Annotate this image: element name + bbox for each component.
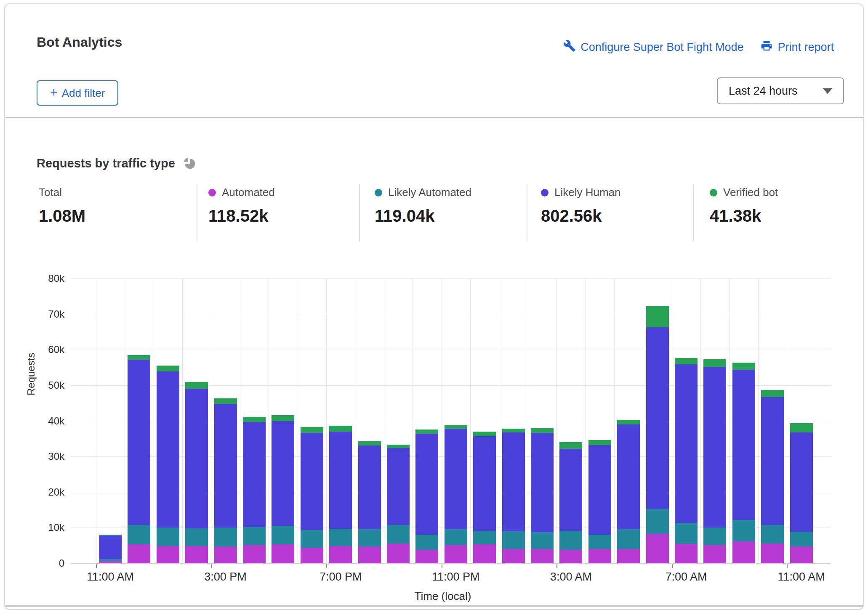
bar-segment-automated xyxy=(559,550,582,563)
bar-segment-likely-human xyxy=(790,432,813,532)
x-tick-label: 7:00 AM xyxy=(665,570,707,583)
bar-segment-automated xyxy=(732,541,755,563)
x-tick-label: 7:00 PM xyxy=(320,570,362,583)
bar-stack-3-00-am[interactable] xyxy=(559,442,582,563)
x-axis-title: Time (local) xyxy=(415,590,471,603)
requests-by-traffic-type-chart: 010k20k30k40k50k60k70k80k11:00 AM3:00 PM… xyxy=(70,278,831,564)
bar-stack-1-00-am[interactable] xyxy=(502,429,525,563)
gridline-v xyxy=(326,278,327,564)
bar-stack-10-00-pm[interactable] xyxy=(415,430,438,563)
bar-stack-9-00-pm[interactable] xyxy=(387,445,410,563)
bar-segment-automated xyxy=(415,550,438,563)
gridline-v xyxy=(730,278,730,564)
bar-stack-2-00-am[interactable] xyxy=(531,428,554,563)
bar-stack-11-00-am[interactable] xyxy=(99,535,122,563)
bar-segment-likely-automated xyxy=(732,520,755,541)
bar-segment-automated xyxy=(588,549,611,563)
stat-divider xyxy=(693,184,694,241)
bar-segment-automated xyxy=(301,548,323,563)
bar-stack-12-00-am[interactable] xyxy=(473,432,496,563)
bar-segment-automated xyxy=(272,544,294,563)
pie-chart-icon xyxy=(182,156,197,171)
bar-stack-1-00-pm[interactable] xyxy=(157,366,179,563)
bar-segment-likely-human xyxy=(703,367,726,528)
bar-stack-6-00-pm[interactable] xyxy=(301,427,323,563)
bar-stack-10-00-am[interactable] xyxy=(761,390,784,563)
bar-stack-11-00-am[interactable] xyxy=(790,423,813,563)
bar-segment-likely-automated xyxy=(445,529,467,545)
stat-likely-automated: Likely Automated 119.04k xyxy=(375,186,471,225)
bar-segment-automated xyxy=(502,549,525,563)
gridline-v xyxy=(154,278,154,564)
stat-label: Likely Human xyxy=(554,186,621,199)
bar-segment-likely-human xyxy=(531,433,554,532)
likely-automated-dot xyxy=(375,189,382,196)
bar-stack-12-00-pm[interactable] xyxy=(128,355,150,563)
x-tick-mark xyxy=(211,564,212,568)
bar-segment-verified-bot xyxy=(646,306,669,327)
add-filter-label: Add filter xyxy=(62,87,105,100)
bar-segment-likely-automated xyxy=(559,531,582,550)
bar-stack-8-00-pm[interactable] xyxy=(358,441,381,563)
gridline-v xyxy=(182,278,183,564)
stat-value: 802.56k xyxy=(541,207,621,225)
bar-stack-7-00-pm[interactable] xyxy=(329,426,352,563)
bar-segment-likely-automated xyxy=(128,525,150,545)
gridline-h xyxy=(70,314,831,314)
print-report-link[interactable]: Print report xyxy=(760,40,834,55)
gridline-v xyxy=(758,278,759,564)
bar-segment-verified-bot xyxy=(301,427,323,433)
y-tick-label: 80k xyxy=(33,273,64,284)
bar-segment-likely-automated xyxy=(272,526,294,544)
bar-stack-9-00-am[interactable] xyxy=(732,363,755,563)
bar-segment-likely-automated xyxy=(415,535,438,550)
bar-segment-likely-automated xyxy=(185,528,208,546)
bar-segment-verified-bot xyxy=(214,398,237,404)
bar-stack-5-00-am[interactable] xyxy=(617,420,640,563)
time-range-dropdown[interactable]: Last 24 hours xyxy=(717,77,844,104)
bar-segment-likely-automated xyxy=(301,530,323,547)
stat-verified-bot: Verified bot 41.38k xyxy=(710,186,778,225)
stat-value: 41.38k xyxy=(710,207,778,225)
bar-segment-verified-bot xyxy=(128,355,150,360)
bar-segment-verified-bot xyxy=(157,366,179,371)
bar-stack-6-00-am[interactable] xyxy=(646,306,669,563)
configure-super-bot-fight-mode-link[interactable]: Configure Super Bot Fight Mode xyxy=(563,40,743,55)
stat-value: 1.08M xyxy=(39,207,85,225)
bar-segment-automated xyxy=(157,546,179,563)
bar-segment-automated xyxy=(128,544,150,563)
bar-segment-automated xyxy=(617,549,640,563)
bar-stack-5-00-pm[interactable] xyxy=(272,415,294,563)
y-tick-label: 70k xyxy=(33,308,64,320)
configure-link-label: Configure Super Bot Fight Mode xyxy=(580,41,743,54)
bar-stack-4-00-pm[interactable] xyxy=(243,417,266,563)
bar-stack-2-00-pm[interactable] xyxy=(185,382,208,563)
header-divider xyxy=(5,117,863,118)
bar-segment-likely-human xyxy=(99,536,122,559)
x-tick-mark xyxy=(96,564,97,568)
bar-segment-automated xyxy=(473,544,496,563)
stat-label: Total xyxy=(39,186,62,199)
bar-stack-3-00-pm[interactable] xyxy=(214,398,237,563)
bar-segment-likely-human xyxy=(675,364,698,522)
bar-segment-automated xyxy=(243,545,266,563)
bar-segment-likely-human xyxy=(358,446,381,529)
y-tick-label: 0 xyxy=(33,557,64,569)
bar-segment-verified-bot xyxy=(272,415,294,421)
x-tick-label: 11:00 AM xyxy=(87,570,134,583)
add-filter-button[interactable]: + Add filter xyxy=(37,80,118,106)
bar-segment-verified-bot xyxy=(473,432,496,436)
bar-segment-likely-automated xyxy=(473,531,496,544)
gridline-v xyxy=(528,278,528,564)
bar-segment-likely-human xyxy=(473,436,496,531)
bar-stack-4-00-am[interactable] xyxy=(588,440,611,563)
bar-segment-likely-automated xyxy=(675,523,698,544)
bar-segment-likely-automated xyxy=(243,527,266,545)
x-tick-label: 11:00 PM xyxy=(432,570,480,583)
analytics-card: Bot Analytics Configure Super Bot Fight … xyxy=(4,3,864,610)
bar-stack-8-00-am[interactable] xyxy=(703,359,726,563)
bar-stack-7-00-am[interactable] xyxy=(675,358,698,563)
bar-segment-likely-human xyxy=(157,371,179,528)
bar-stack-11-00-pm[interactable] xyxy=(445,425,467,563)
likely-human-dot xyxy=(541,189,548,196)
